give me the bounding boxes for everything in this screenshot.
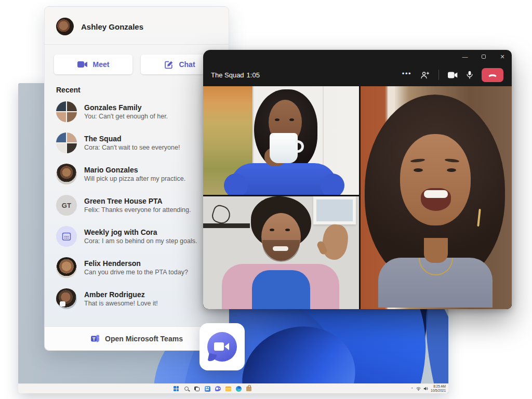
system-tray[interactable]: ⌃ 8:25 AM 10/5/2021 (410, 384, 446, 393)
call-elapsed-time: 1:05 (247, 71, 260, 79)
participant-video-3 (361, 86, 512, 309)
conversation-name: Green Tree House PTA (84, 197, 191, 205)
add-participant-icon[interactable] (420, 71, 430, 79)
conversation-preview: That is awesome! Love it! (84, 300, 158, 307)
eye (285, 229, 290, 231)
meet-button-label: Meet (93, 60, 110, 69)
participant-video-1 (203, 86, 359, 195)
camera-toggle-icon[interactable] (448, 72, 458, 78)
screenshot-canvas: ⌃ 8:25 AM 10/5/2021 Ashley Gonzales (0, 0, 532, 399)
task-view-icon[interactable] (194, 385, 200, 392)
meet-button[interactable]: Meet (54, 55, 132, 74)
controls-divider (438, 70, 439, 80)
compose-icon (165, 60, 174, 69)
flyout-header: Ashley Gonzales (45, 7, 229, 45)
smile (273, 246, 288, 251)
teams-call-window: — ✕ The Squad 1:05 ••• (203, 50, 512, 309)
picture-frame (313, 196, 356, 224)
teams-logo-icon (90, 334, 100, 343)
window-titlebar: — ✕ (203, 50, 512, 63)
user-name: Ashley Gonzales (81, 22, 143, 31)
wifi-icon[interactable] (416, 387, 421, 391)
group-avatar (56, 132, 77, 153)
conversation-list: Gonzales Family You: Can't get enough of… (45, 96, 229, 314)
beard (262, 240, 300, 262)
shoulder (321, 174, 344, 195)
chat-icon[interactable] (215, 385, 221, 392)
waving-hand (321, 223, 350, 261)
conversation-row[interactable]: Amber Rodriguez That is awesome! Love it… (45, 283, 229, 314)
shoulder (224, 174, 248, 195)
microphone-toggle-icon[interactable] (467, 71, 473, 79)
teeth (424, 190, 448, 198)
conversation-preview: Cora: Can't wait to see everyone! (84, 144, 180, 151)
conversation-row[interactable]: Weekly jog with Cora Cora: I am so behin… (45, 221, 229, 252)
avatar (56, 288, 77, 309)
avatar (56, 164, 77, 184)
maximize-button[interactable] (474, 50, 493, 63)
hidden-icons-chevron-icon[interactable]: ⌃ (410, 387, 414, 391)
eye (414, 168, 423, 172)
teams-chat-flyout: Ashley Gonzales Meet Chat Recent (44, 6, 229, 351)
avatar (56, 18, 74, 35)
hang-up-button[interactable] (482, 68, 503, 82)
taskbar-app-icons (173, 385, 252, 392)
tshirt (252, 270, 310, 309)
more-options-icon[interactable]: ••• (402, 70, 411, 80)
chat-video-bubble-icon (207, 332, 237, 362)
speaker-icon[interactable] (423, 387, 428, 391)
chat-button-label: Chat (179, 60, 195, 69)
edge-icon[interactable] (235, 385, 242, 392)
file-explorer-icon[interactable] (225, 385, 231, 392)
avatar (56, 257, 77, 278)
conversation-row[interactable]: Felix Henderson Can you drive me to the … (45, 252, 229, 283)
conversation-name: Gonzales Family (84, 103, 168, 112)
taskbar-clock[interactable]: 8:25 AM 10/5/2021 (431, 384, 446, 393)
conversation-preview: Felix: Thanks everyone for attending. (84, 206, 191, 214)
open-teams-label: Open Microsoft Teams (105, 335, 183, 343)
call-header: The Squad 1:05 ••• (203, 63, 512, 86)
video-camera-icon (77, 61, 88, 68)
conversation-preview: Can you drive me to the PTA today? (84, 269, 188, 276)
minimize-button[interactable]: — (456, 50, 474, 63)
eye (289, 118, 294, 121)
shelf (203, 223, 250, 228)
mug (270, 133, 298, 163)
conversation-name: Weekly jog with Cora (84, 228, 197, 236)
phone-down-icon (488, 73, 497, 77)
face (400, 134, 471, 225)
conversation-name: Felix Henderson (84, 259, 188, 268)
wire-sculpture (210, 204, 233, 226)
conversation-row[interactable]: The Squad Cora: Can't wait to see everyo… (45, 127, 229, 158)
participant-video-2 (203, 196, 359, 309)
conversation-preview: Cora: I am so behind on my step goals. (84, 237, 197, 245)
conversation-name: The Squad (84, 135, 180, 143)
conversation-row[interactable]: Gonzales Family You: Can't get enough of… (45, 96, 229, 127)
eye (270, 229, 274, 231)
clock-date: 10/5/2021 (431, 389, 446, 393)
flyout-actions: Meet Chat (45, 45, 229, 76)
eye (275, 118, 280, 121)
recent-heading: Recent (45, 76, 229, 96)
conversation-preview: Will pick up pizza after my practice. (84, 175, 185, 182)
call-title: The Squad 1:05 (211, 71, 260, 79)
calendar-icon (62, 232, 71, 241)
search-icon[interactable] (183, 385, 190, 392)
video-grid (203, 86, 512, 309)
close-button[interactable]: ✕ (493, 50, 512, 63)
clock-time: 8:25 AM (431, 384, 446, 389)
windows-chat-fab[interactable] (200, 323, 245, 370)
widgets-icon[interactable] (204, 385, 210, 392)
call-controls: ••• (402, 68, 503, 82)
call-group-name: The Squad (211, 71, 244, 79)
conversation-name: Amber Rodriguez (84, 290, 158, 299)
conversation-row[interactable]: Mario Gonzales Will pick up pizza after … (45, 158, 229, 190)
conversation-preview: You: Can't get enough of her. (84, 113, 168, 120)
store-icon[interactable] (246, 385, 252, 392)
start-icon[interactable] (173, 385, 179, 392)
conversation-row[interactable]: GT Green Tree House PTA Felix: Thanks ev… (45, 190, 229, 221)
initials-avatar: GT (56, 195, 77, 216)
eye (447, 168, 456, 172)
group-avatar (56, 101, 77, 122)
taskbar: ⌃ 8:25 AM 10/5/2021 (18, 383, 448, 393)
